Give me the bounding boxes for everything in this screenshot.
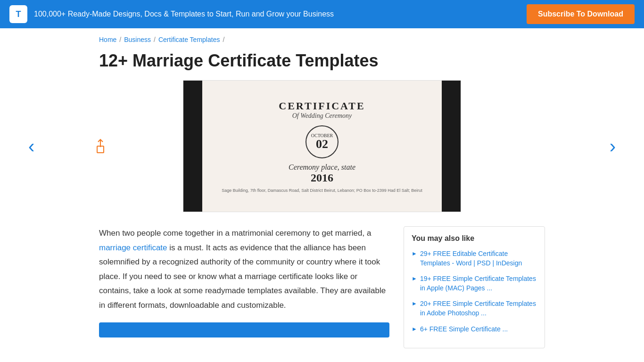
carousel: ‹ CERTIFICATE Of Wedding Ceremony OCTOBE… xyxy=(19,80,625,212)
breadcrumb-home[interactable]: Home xyxy=(99,36,116,43)
sidebar-arrow-2: ► xyxy=(412,275,417,282)
page-title: 12+ Marriage Certificate Templates xyxy=(0,47,644,80)
cert-address: Sage Building, 7th floor, Damascus Road,… xyxy=(222,188,422,193)
marriage-certificate-link[interactable]: marriage certificate xyxy=(99,243,167,252)
sidebar-link-3[interactable]: 20+ FREE Simple Certificate Templates in… xyxy=(420,299,537,318)
breadcrumb-sep-2: / xyxy=(154,36,156,43)
breadcrumb-sep-3: / xyxy=(223,36,224,43)
breadcrumb: Home / Business / Certificate Templates … xyxy=(0,28,644,47)
sidebar-arrow-4: ► xyxy=(412,326,417,332)
you-may-like-title: You may also like xyxy=(412,234,537,243)
cert-place: Ceremony place, state xyxy=(289,163,355,172)
breadcrumb-sep-1: / xyxy=(119,36,121,43)
sidebar: You may also like ► 29+ FREE Editable Ce… xyxy=(404,226,545,348)
svg-rect-0 xyxy=(97,146,104,153)
you-may-like-box: You may also like ► 29+ FREE Editable Ce… xyxy=(404,226,545,348)
sidebar-link-2[interactable]: 19+ FREE Simple Certificate Templates in… xyxy=(420,274,537,293)
content-section: When two people come together in a matri… xyxy=(19,226,625,348)
cert-mock: CERTIFICATE Of Wedding Ceremony OCTOBER … xyxy=(183,81,461,212)
main-text-area: When two people come together in a matri… xyxy=(99,226,389,348)
cert-emblem: OCTOBER 02 xyxy=(305,125,339,158)
subscribe-button[interactable]: Subscribe To Download xyxy=(527,4,635,24)
sidebar-link-1[interactable]: 29+ FREE Editable Certificate Templates … xyxy=(420,249,537,268)
site-header: T 100,000+ Ready-Made Designs, Docs & Te… xyxy=(0,0,644,28)
description-paragraph: When two people come together in a matri… xyxy=(99,226,389,313)
cert-inner: CERTIFICATE Of Wedding Ceremony OCTOBER … xyxy=(202,81,442,212)
cert-title: CERTIFICATE xyxy=(279,100,365,112)
logo[interactable]: T xyxy=(9,5,27,23)
share-icon[interactable] xyxy=(92,137,109,154)
sidebar-arrow-1: ► xyxy=(412,250,417,257)
sidebar-link-item-2: ► 19+ FREE Simple Certificate Templates … xyxy=(412,274,537,293)
sidebar-link-item-3: ► 20+ FREE Simple Certificate Templates … xyxy=(412,299,537,318)
sidebar-link-item-4: ► 6+ FREE Simple Certificate ... xyxy=(412,325,537,334)
cert-year: 2016 xyxy=(311,172,333,184)
main-area: ‹ CERTIFICATE Of Wedding Ceremony OCTOBE… xyxy=(0,80,644,362)
breadcrumb-business[interactable]: Business xyxy=(124,36,151,43)
carousel-next-button[interactable]: › xyxy=(605,131,620,162)
breadcrumb-certificate-templates[interactable]: Certificate Templates xyxy=(158,36,220,43)
certificate-preview-image: CERTIFICATE Of Wedding Ceremony OCTOBER … xyxy=(183,80,461,212)
header-tagline: 100,000+ Ready-Made Designs, Docs & Temp… xyxy=(34,10,334,18)
sidebar-arrow-3: ► xyxy=(412,300,417,307)
header-left: T 100,000+ Ready-Made Designs, Docs & Te… xyxy=(9,5,334,23)
description-part2: is a must. It acts as evidence that the … xyxy=(99,243,386,310)
cta-button[interactable] xyxy=(99,322,389,337)
description-part1: When two people come together in a matri… xyxy=(99,229,371,238)
sidebar-link-item-1: ► 29+ FREE Editable Certificate Template… xyxy=(412,249,537,268)
carousel-prev-button[interactable]: ‹ xyxy=(24,131,39,162)
cert-emblem-day: 02 xyxy=(316,138,328,150)
share-icon-container xyxy=(92,137,109,156)
cert-subtitle: Of Wedding Ceremony xyxy=(292,112,352,120)
sidebar-link-4[interactable]: 6+ FREE Simple Certificate ... xyxy=(420,325,508,334)
